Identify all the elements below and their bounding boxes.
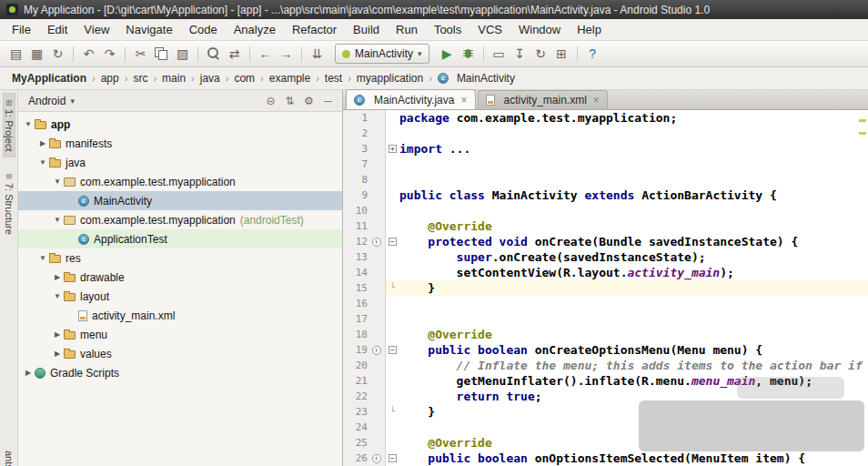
tree-item-menu[interactable]: ▶menu bbox=[18, 325, 342, 344]
chevron-right-icon[interactable]: ▶ bbox=[51, 350, 64, 358]
find-icon[interactable] bbox=[203, 45, 224, 64]
error-stripe-mark[interactable] bbox=[859, 119, 866, 122]
open-icon[interactable]: ▤ bbox=[5, 45, 26, 64]
code-line-16[interactable]: 16 bbox=[343, 296, 868, 311]
menu-refactor[interactable]: Refactor bbox=[284, 20, 345, 39]
code-line-26[interactable]: 26↑− public boolean onOptionsItemSelecte… bbox=[343, 451, 868, 466]
tree-item-activity-main-xml[interactable]: activity_main.xml bbox=[18, 306, 342, 325]
tree-item-layout[interactable]: ▼layout bbox=[18, 287, 342, 306]
menu-analyze[interactable]: Analyze bbox=[226, 20, 284, 39]
close-tab-icon[interactable]: × bbox=[460, 94, 467, 106]
cut-icon[interactable]: ✂ bbox=[130, 45, 151, 64]
compile-icon[interactable]: ⇊ bbox=[307, 45, 328, 64]
menu-navigate[interactable]: Navigate bbox=[117, 20, 180, 39]
tool-button-1-project[interactable]: ⊞1: Project bbox=[3, 93, 15, 157]
override-method-icon[interactable]: ↑ bbox=[369, 342, 383, 358]
help-icon[interactable]: ? bbox=[582, 45, 603, 64]
settings-gear-icon[interactable]: ⚙ bbox=[300, 93, 318, 109]
project-structure-icon[interactable]: ⊞ bbox=[551, 45, 572, 64]
breadcrumb-main[interactable]: main bbox=[159, 71, 188, 86]
breadcrumb-example[interactable]: example bbox=[267, 71, 313, 86]
collapse-all-icon[interactable]: ⊝ bbox=[262, 93, 279, 109]
close-tab-icon[interactable]: × bbox=[593, 94, 600, 106]
menu-file[interactable]: File bbox=[4, 20, 39, 39]
code-line-9[interactable]: 9public class MainActivity extends Actio… bbox=[343, 187, 868, 203]
replace-icon[interactable]: ⇄ bbox=[224, 45, 245, 64]
code-line-14[interactable]: 14 setContentView(R.layout.activity_main… bbox=[343, 265, 868, 280]
run-icon[interactable]: ▶ bbox=[437, 45, 458, 64]
code-line-2[interactable]: 2 bbox=[343, 126, 868, 141]
synchronize-icon[interactable]: ↻ bbox=[47, 45, 68, 64]
tree-item-manifests[interactable]: ▶manifests bbox=[18, 134, 342, 153]
code-line-7[interactable]: 7 bbox=[343, 157, 868, 172]
chevron-right-icon[interactable]: ▶ bbox=[36, 139, 49, 147]
fold-marker[interactable]: − bbox=[386, 342, 399, 358]
chevron-down-icon[interactable]: ▼ bbox=[36, 158, 49, 167]
error-stripe-mark[interactable] bbox=[859, 132, 866, 135]
code-line-12[interactable]: 12↑− protected void onCreate(Bundle save… bbox=[343, 234, 868, 249]
menu-window[interactable]: Window bbox=[510, 20, 569, 39]
tool-button-build-variants[interactable]: ants bbox=[3, 451, 15, 466]
sdk-manager-icon[interactable]: ↧ bbox=[510, 45, 530, 64]
tree-item-mainactivity[interactable]: cMainActivity bbox=[18, 191, 342, 210]
fold-marker[interactable]: + bbox=[386, 141, 399, 157]
menu-code[interactable]: Code bbox=[181, 20, 226, 39]
tree-item-package-androidtest[interactable]: ▼com.example.test.myapplication(androidT… bbox=[18, 210, 342, 229]
breadcrumb-mainactivity[interactable]: cMainActivity bbox=[435, 71, 518, 86]
tool-button-7-structure[interactable]: ≣7: Structure bbox=[3, 167, 15, 240]
breadcrumb-java[interactable]: java bbox=[197, 71, 223, 86]
fold-marker[interactable]: − bbox=[386, 451, 399, 466]
code-line-10[interactable]: 10 bbox=[343, 203, 868, 218]
chevron-down-icon[interactable]: ▼ bbox=[51, 216, 64, 224]
tab-activity-main-xml[interactable]: activity_main.xml× bbox=[478, 90, 608, 109]
tree-item-values[interactable]: ▶values bbox=[18, 344, 342, 363]
code-line-1[interactable]: 1package com.example.test.myapplication; bbox=[343, 110, 868, 126]
menu-tools[interactable]: Tools bbox=[426, 20, 469, 39]
chevron-right-icon[interactable]: ▶ bbox=[22, 369, 35, 377]
forward-icon[interactable]: → bbox=[276, 45, 297, 64]
save-all-icon[interactable]: ▦ bbox=[26, 45, 47, 64]
avd-manager-icon[interactable]: ▭ bbox=[489, 45, 510, 64]
tab-mainactivity-java[interactable]: cMainActivity.java× bbox=[346, 89, 476, 109]
undo-icon[interactable]: ↶ bbox=[78, 45, 99, 64]
menu-help[interactable]: Help bbox=[569, 20, 610, 39]
hide-panel-icon[interactable]: ─ bbox=[319, 93, 337, 109]
code-line-3[interactable]: 3+import ... bbox=[343, 141, 868, 157]
chevron-down-icon[interactable]: ▼ bbox=[36, 254, 49, 262]
chevron-right-icon[interactable]: ▶ bbox=[51, 273, 64, 281]
code-line-11[interactable]: 11 @Override bbox=[343, 218, 868, 234]
back-icon[interactable]: ← bbox=[255, 45, 276, 64]
project-view-select[interactable]: Android ▾ bbox=[24, 93, 79, 109]
paste-icon[interactable]: ▨ bbox=[172, 45, 193, 64]
chevron-down-icon[interactable]: ▼ bbox=[22, 120, 35, 128]
tree-item-java[interactable]: ▼java bbox=[18, 153, 342, 172]
code-line-8[interactable]: 8 bbox=[343, 172, 868, 187]
chevron-down-icon[interactable]: ▼ bbox=[51, 292, 64, 300]
code-line-17[interactable]: 17 bbox=[343, 311, 868, 327]
code-line-20[interactable]: 20 // Inflate the menu; this adds items … bbox=[343, 358, 868, 373]
debug-icon[interactable] bbox=[458, 45, 479, 64]
tree-item-res[interactable]: ▼res bbox=[18, 248, 342, 268]
breadcrumb-test[interactable]: test bbox=[322, 71, 345, 86]
breadcrumb-myapplication[interactable]: myapplication bbox=[354, 71, 426, 86]
code-line-19[interactable]: 19↑− public boolean onCreateOptionsMenu(… bbox=[343, 342, 868, 358]
chevron-right-icon[interactable]: ▶ bbox=[51, 330, 64, 339]
breadcrumb-src[interactable]: src bbox=[130, 71, 150, 86]
chevron-down-icon[interactable]: ▼ bbox=[51, 177, 64, 186]
breadcrumb-com[interactable]: com bbox=[231, 71, 257, 86]
tree-item-app[interactable]: ▼app bbox=[18, 115, 342, 134]
override-method-icon[interactable]: ↑ bbox=[369, 451, 383, 466]
override-method-icon[interactable]: ↑ bbox=[369, 234, 383, 249]
tree-item-gradle-scripts[interactable]: ▶Gradle Scripts bbox=[18, 363, 342, 382]
code-editor[interactable]: 1package com.example.test.myapplication;… bbox=[343, 110, 868, 466]
copy-icon[interactable] bbox=[151, 45, 172, 64]
sync-gradle-icon[interactable]: ↻ bbox=[530, 45, 551, 64]
menu-run[interactable]: Run bbox=[388, 20, 426, 39]
tree-item-drawable[interactable]: ▶drawable bbox=[18, 268, 342, 287]
code-line-18[interactable]: 18 @Override bbox=[343, 327, 868, 342]
fold-marker[interactable]: − bbox=[386, 234, 399, 249]
fold-marker[interactable]: └ bbox=[386, 280, 399, 296]
run-configuration-select[interactable]: MainActivity ▾ bbox=[335, 44, 429, 64]
breadcrumb-myapplication[interactable]: MyApplication bbox=[9, 71, 89, 86]
redo-icon[interactable]: ↷ bbox=[99, 45, 120, 64]
